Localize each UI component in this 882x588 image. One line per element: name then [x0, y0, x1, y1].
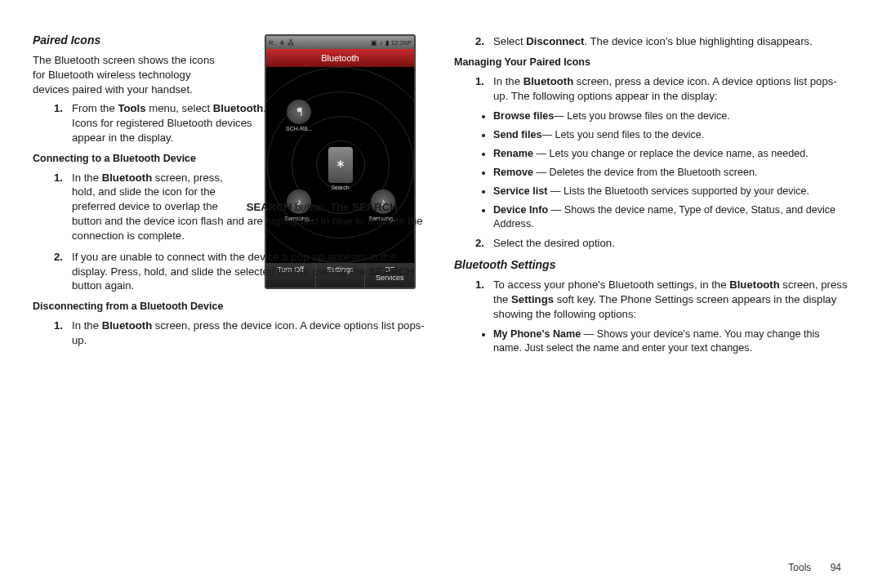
footer-page-number: 94 [831, 562, 841, 573]
two-column-layout: Paired Icons The Bluetooth screen shows … [33, 31, 849, 360]
bold: Send files [493, 129, 542, 140]
list-item: My Phone's Name — Shows your device's na… [493, 327, 849, 355]
wifi-icon: ⋔ [279, 39, 285, 47]
bold: Bluetooth [102, 172, 153, 184]
bold: Tools [118, 102, 145, 114]
bold: Bluetooth [213, 102, 264, 114]
heading-disconnecting: Disconnecting from a Bluetooth Device [33, 300, 428, 314]
text: From the [72, 102, 118, 114]
text: . The device icon's blue highlighting di… [584, 35, 812, 47]
list-item: Rename — Lets you change or replace the … [493, 147, 849, 161]
bold: Device Info [493, 204, 548, 216]
list-item: Browse files— Lets you browse files on t… [493, 109, 849, 123]
list-item: Send files— Lets you send files to the d… [493, 128, 849, 142]
page-footer: Tools 94 [788, 562, 841, 573]
paired-icons-steps: From the Tools menu, select Bluetooth. I… [33, 101, 428, 145]
text: — Lets you change or replace the device … [533, 148, 808, 159]
bold: SEARCH [247, 200, 292, 212]
text: button. The [292, 200, 352, 212]
bluetooth-icon: ⁂ [287, 39, 294, 47]
step: From the Tools menu, select Bluetooth. I… [72, 101, 428, 145]
text: In the [493, 75, 523, 87]
text: — Lets you browse files on the device. [554, 110, 730, 122]
footer-section: Tools [788, 562, 811, 573]
step: In the Bluetooth screen, press a device … [493, 74, 849, 104]
bold: Bluetooth [102, 319, 153, 332]
settings-options-list: My Phone's Name — Shows your device's na… [454, 327, 849, 355]
bold: Bluetooth [523, 75, 574, 87]
managing-steps: In the Bluetooth screen, press a device … [454, 74, 849, 104]
settings-steps: To access your phone's Bluetooth setting… [454, 278, 849, 321]
status-right: ▣ ♪ ▮ 12:26P [371, 39, 412, 47]
text: button and the device icon flash and are… [72, 215, 423, 242]
step: To access your phone's Bluetooth setting… [493, 278, 849, 321]
managing-steps-b: Select the desired option. [454, 236, 849, 251]
bold: Remove [493, 167, 533, 178]
status-left: R.. ⋔ ⁂ [269, 39, 294, 47]
list-item: Service list — Lists the Bluetooth servi… [493, 185, 849, 198]
phone-status-bar: R.. ⋔ ⁂ ▣ ♪ ▮ 12:26P [266, 36, 414, 49]
note-icon: ♪ [380, 39, 383, 47]
bold: My Phone's Name [493, 328, 581, 340]
bold: Rename [493, 148, 533, 159]
bold: Bluetooth [729, 278, 780, 291]
alarm-icon: ▣ [371, 39, 377, 47]
connecting-steps: In the Bluetooth screen, press, hold, an… [33, 171, 428, 294]
heading-managing: Managing Your Paired Icons [454, 56, 849, 69]
bold: Settings [511, 293, 554, 305]
text: button again. [72, 279, 134, 292]
paired-icons-intro: The Bluetooth screen shows the icons for… [33, 53, 229, 96]
phone-title-bar: Bluetooth [266, 49, 414, 67]
text: menu, select [146, 102, 213, 114]
manual-page: R.. ⋔ ⁂ ▣ ♪ ▮ 12:26P Bluetooth ∗ [0, 0, 882, 588]
step: In the Bluetooth screen, press, hold, an… [72, 171, 428, 243]
disconnecting-steps-a: In the Bluetooth screen, press the devic… [33, 318, 428, 348]
signal-label: R.. [269, 39, 277, 47]
bold: SEARCH [352, 200, 398, 212]
bold: Disconnect [526, 35, 584, 47]
bold: SEARCH [368, 265, 414, 278]
list-item: Remove — Deletes the device from the Blu… [493, 166, 849, 180]
text: If you are unable to connect with the de… [72, 251, 396, 278]
heading-bluetooth-settings: Bluetooth Settings [454, 257, 849, 273]
clock-label: 12:26P [391, 39, 412, 47]
disconnecting-steps-b: Select Disconnect. The device icon's blu… [454, 34, 849, 49]
text: To access your phone's Bluetooth setting… [493, 278, 729, 291]
step: If you are unable to connect with the de… [72, 250, 428, 293]
bold: Browse files [493, 110, 554, 122]
device-options-list: Browse files— Lets you browse files on t… [454, 109, 849, 231]
battery-icon: ▮ [385, 39, 389, 47]
text: — Deletes the device from the Bluetooth … [533, 167, 757, 178]
text: — Lists the Bluetooth services supported… [548, 185, 810, 197]
list-item: Device Info — Shows the device name, Typ… [493, 203, 849, 231]
text: — Lets you send files to the device. [542, 129, 705, 140]
right-column: Select Disconnect. The device icon's blu… [454, 31, 849, 360]
step: Select Disconnect. The device icon's blu… [493, 34, 849, 49]
step: Select the desired option. [493, 236, 849, 251]
step: In the Bluetooth screen, press the devic… [72, 318, 428, 348]
bold: Service list [493, 185, 548, 197]
text: Select [493, 35, 526, 47]
text: In the [72, 172, 102, 184]
text: In the [72, 319, 102, 332]
